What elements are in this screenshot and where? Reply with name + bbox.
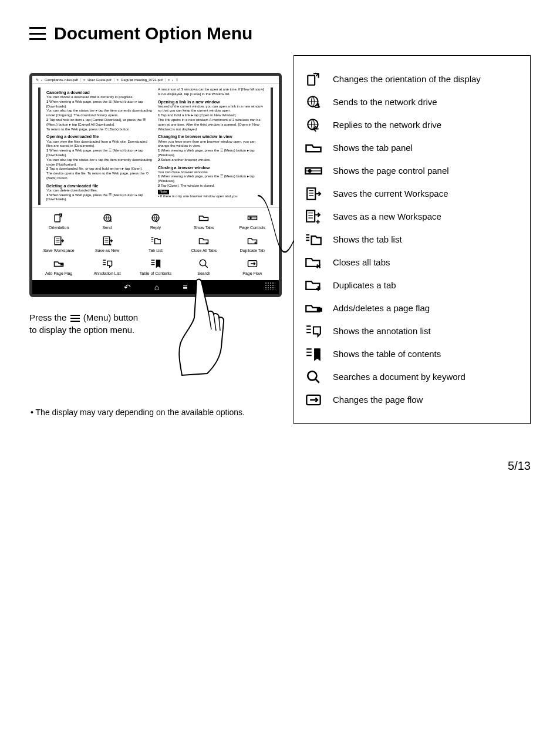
opt-search[interactable]: Search (181, 258, 227, 275)
search-icon (305, 369, 322, 385)
legend-panel: Changes the orientation of the display S… (294, 55, 531, 424)
menu-nav-icon: ≡ (183, 282, 187, 292)
legend-send: Sends to the network drive (305, 95, 519, 110)
doc-preview: Canceling a download You can cancel a do… (32, 84, 279, 208)
legend-annotation-list: Shows the annotation list (305, 324, 519, 339)
svg-rect-16 (306, 210, 315, 221)
opt-close-all-tabs[interactable]: Close All Tabs (181, 235, 227, 253)
opt-send[interactable]: Send (84, 213, 130, 230)
svg-rect-17 (318, 308, 322, 311)
svg-rect-15 (307, 188, 315, 200)
page-title: Document Option Menu (54, 23, 252, 43)
svg-rect-10 (308, 76, 315, 85)
annotation-list-icon (305, 324, 322, 339)
close-all-tabs-icon (305, 255, 322, 270)
legend-save-workspace: Saves the current Workspace (305, 186, 519, 201)
doc-tabbar: ✎ ‹ Compliance-rules.pdf × User Guide.pd… (32, 76, 279, 84)
opt-add-page-flag[interactable]: Add Page Flag (36, 258, 82, 275)
legend-search: Searches a document by keyword (305, 369, 519, 385)
opt-save-workspace[interactable]: Save Workspace (36, 235, 82, 253)
footnote: • The display may vary depending on the … (29, 406, 282, 419)
menu-inline-icon (70, 315, 80, 322)
tab-2: User Guide.pdf (87, 78, 114, 82)
tab-list-icon (305, 232, 322, 247)
back-nav-icon: ↶ (124, 282, 131, 292)
page-header: Document Option Menu (29, 23, 531, 43)
show-tabs-icon (305, 140, 322, 156)
back-icon: ‹ (41, 78, 42, 82)
device-bottom-bar: ↶ ⌂ ≡ (32, 280, 279, 294)
reply-icon (305, 117, 322, 133)
legend-page-flag: Adds/deletes a page flag (305, 301, 519, 316)
legend-save-as-new: Saves as a new Workspace (305, 209, 519, 224)
tab-1: Compliance-rules.pdf (45, 78, 81, 82)
legend-reply: Replies to the network drive (305, 117, 519, 133)
opt-orientation[interactable]: Orientation (36, 213, 82, 230)
device-mockup: ✎ ‹ Compliance-rules.pdf × User Guide.pd… (29, 73, 282, 297)
opt-table-of-contents[interactable]: Table of Contents (133, 258, 178, 275)
doc-left-col: Canceling a download You can cancel a do… (44, 88, 156, 205)
page-number: 5/13 (29, 459, 531, 473)
send-icon (305, 95, 322, 110)
svg-rect-6 (103, 237, 110, 245)
fwd-icon: › (172, 78, 173, 82)
save-as-new-icon (305, 209, 322, 224)
legend-page-control: Shows the page control panel (305, 163, 519, 179)
svg-point-8 (200, 260, 207, 266)
share-icon: ⇧ (176, 78, 178, 82)
tab-3: Regular meeting_0721.pdf (121, 78, 166, 82)
opt-reply[interactable]: Reply (133, 213, 178, 230)
legend-orientation: Changes the orientation of the display (305, 72, 519, 87)
svg-rect-7 (61, 264, 63, 265)
toc-icon (305, 346, 322, 362)
page-flow-icon (305, 392, 322, 408)
opt-tab-list[interactable]: Tab List (133, 235, 178, 253)
page-flag-icon (305, 301, 322, 316)
orientation-icon (305, 72, 322, 87)
legend-page-flow: Changes the page flow (305, 392, 519, 408)
legend-tab-list: Shows the tab list (305, 232, 519, 247)
doc-right-col: A maximum of 3 windows can be open at on… (156, 88, 267, 205)
legend-duplicate-tab: Duplicates a tab (305, 278, 519, 293)
svg-point-18 (308, 371, 316, 380)
pen-icon: ✎ (36, 78, 39, 82)
left-column: ✎ ‹ Compliance-rules.pdf × User Guide.pd… (29, 73, 282, 419)
menu-icon (29, 27, 46, 40)
home-nav-icon: ⌂ (154, 282, 159, 292)
leader-line (258, 166, 294, 313)
duplicate-tab-icon (305, 278, 322, 293)
opt-save-as-new[interactable]: Save as New (84, 235, 130, 253)
svg-rect-5 (55, 237, 61, 245)
opt-show-tabs[interactable]: Show Tabs (181, 213, 227, 230)
legend-close-all-tabs: Closes all tabs (305, 255, 519, 270)
opt-annotation-list[interactable]: Annotation List (84, 258, 130, 275)
page-control-icon (305, 163, 322, 179)
legend-show-tabs: Shows the tab panel (305, 140, 519, 156)
legend-toc: Shows the table of contents (305, 346, 519, 362)
option-menu-grid: Orientation Send Reply Show Tabs Page Co… (32, 208, 279, 280)
svg-rect-0 (55, 215, 60, 222)
save-workspace-icon (305, 186, 322, 201)
menu-caption: Press the (Menu) button to display the o… (29, 311, 282, 336)
